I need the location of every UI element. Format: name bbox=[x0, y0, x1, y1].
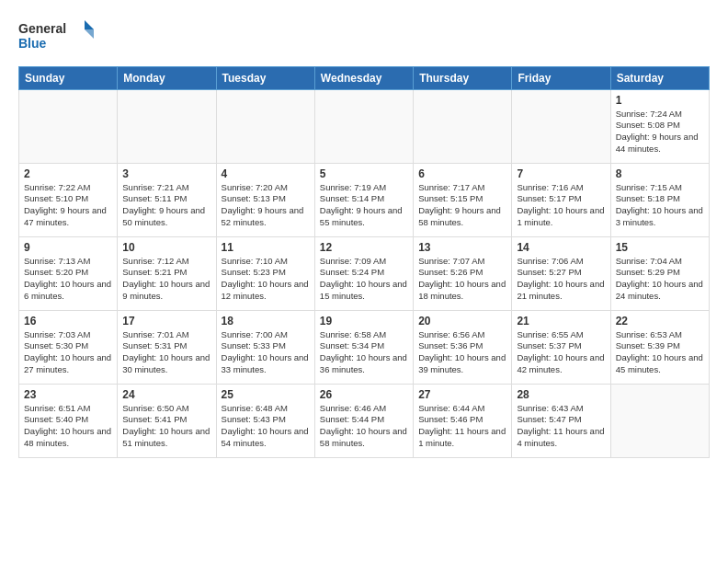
day-info: Sunrise: 7:09 AM Sunset: 5:24 PM Dayligh… bbox=[320, 256, 408, 303]
calendar-cell: 22Sunrise: 6:53 AM Sunset: 5:39 PM Dayli… bbox=[610, 310, 709, 384]
day-info: Sunrise: 6:58 AM Sunset: 5:34 PM Dayligh… bbox=[320, 329, 408, 376]
day-number: 27 bbox=[418, 388, 506, 401]
calendar-cell: 3Sunrise: 7:21 AM Sunset: 5:11 PM Daylig… bbox=[118, 163, 216, 236]
calendar-cell: 21Sunrise: 6:55 AM Sunset: 5:37 PM Dayli… bbox=[512, 310, 610, 384]
calendar-week-row: 2Sunrise: 7:22 AM Sunset: 5:10 PM Daylig… bbox=[19, 163, 710, 236]
calendar-cell: 8Sunrise: 7:15 AM Sunset: 5:18 PM Daylig… bbox=[610, 163, 709, 236]
calendar-cell bbox=[610, 384, 709, 457]
day-info: Sunrise: 6:55 AM Sunset: 5:37 PM Dayligh… bbox=[517, 329, 605, 376]
day-info: Sunrise: 7:03 AM Sunset: 5:30 PM Dayligh… bbox=[24, 329, 112, 376]
day-number: 22 bbox=[616, 315, 704, 327]
calendar-cell bbox=[314, 89, 413, 163]
day-number: 24 bbox=[122, 388, 210, 401]
calendar-cell: 19Sunrise: 6:58 AM Sunset: 5:34 PM Dayli… bbox=[314, 310, 413, 384]
day-info: Sunrise: 7:06 AM Sunset: 5:27 PM Dayligh… bbox=[517, 256, 605, 303]
day-number: 3 bbox=[122, 167, 210, 180]
weekday-header-thursday: Thursday bbox=[414, 66, 512, 89]
calendar-cell: 13Sunrise: 7:07 AM Sunset: 5:26 PM Dayli… bbox=[414, 236, 512, 310]
weekday-header-wednesday: Wednesday bbox=[314, 66, 413, 89]
weekday-header-row: SundayMondayTuesdayWednesdayThursdayFrid… bbox=[19, 66, 710, 89]
calendar-cell: 16Sunrise: 7:03 AM Sunset: 5:30 PM Dayli… bbox=[19, 310, 118, 384]
calendar-cell: 11Sunrise: 7:10 AM Sunset: 5:23 PM Dayli… bbox=[216, 236, 314, 310]
day-info: Sunrise: 7:07 AM Sunset: 5:26 PM Dayligh… bbox=[418, 256, 506, 303]
day-info: Sunrise: 7:00 AM Sunset: 5:33 PM Dayligh… bbox=[222, 329, 310, 376]
day-number: 20 bbox=[418, 315, 506, 327]
day-number: 4 bbox=[222, 167, 310, 180]
calendar-cell: 25Sunrise: 6:48 AM Sunset: 5:43 PM Dayli… bbox=[216, 384, 314, 457]
day-number: 23 bbox=[24, 388, 112, 401]
calendar-cell: 15Sunrise: 7:04 AM Sunset: 5:29 PM Dayli… bbox=[610, 236, 709, 310]
day-info: Sunrise: 7:13 AM Sunset: 5:20 PM Dayligh… bbox=[24, 256, 112, 303]
logo: General Blue bbox=[18, 17, 101, 57]
logo-text: General Blue bbox=[18, 17, 101, 57]
day-info: Sunrise: 7:12 AM Sunset: 5:21 PM Dayligh… bbox=[122, 256, 210, 303]
day-number: 14 bbox=[517, 241, 605, 254]
weekday-header-sunday: Sunday bbox=[19, 66, 118, 89]
calendar-week-row: 9Sunrise: 7:13 AM Sunset: 5:20 PM Daylig… bbox=[19, 236, 710, 310]
day-info: Sunrise: 7:19 AM Sunset: 5:14 PM Dayligh… bbox=[320, 182, 408, 229]
weekday-header-tuesday: Tuesday bbox=[216, 66, 314, 89]
calendar-table: SundayMondayTuesdayWednesdayThursdayFrid… bbox=[18, 66, 710, 458]
day-info: Sunrise: 6:48 AM Sunset: 5:43 PM Dayligh… bbox=[222, 403, 310, 450]
svg-text:Blue: Blue bbox=[18, 36, 47, 51]
calendar-cell bbox=[216, 89, 314, 163]
day-info: Sunrise: 7:22 AM Sunset: 5:10 PM Dayligh… bbox=[24, 182, 112, 229]
weekday-header-monday: Monday bbox=[118, 66, 216, 89]
calendar-cell: 18Sunrise: 7:00 AM Sunset: 5:33 PM Dayli… bbox=[216, 310, 314, 384]
day-number: 6 bbox=[418, 167, 506, 180]
calendar-cell bbox=[118, 89, 216, 163]
weekday-header-friday: Friday bbox=[512, 66, 610, 89]
day-info: Sunrise: 7:21 AM Sunset: 5:11 PM Dayligh… bbox=[122, 182, 210, 229]
calendar-cell: 14Sunrise: 7:06 AM Sunset: 5:27 PM Dayli… bbox=[512, 236, 610, 310]
day-number: 5 bbox=[320, 167, 408, 180]
calendar-cell: 28Sunrise: 6:43 AM Sunset: 5:47 PM Dayli… bbox=[512, 384, 610, 457]
day-number: 21 bbox=[517, 315, 605, 327]
weekday-header-saturday: Saturday bbox=[610, 66, 709, 89]
calendar-cell: 4Sunrise: 7:20 AM Sunset: 5:13 PM Daylig… bbox=[216, 163, 314, 236]
calendar-cell: 6Sunrise: 7:17 AM Sunset: 5:15 PM Daylig… bbox=[414, 163, 512, 236]
day-number: 16 bbox=[24, 315, 112, 327]
day-number: 15 bbox=[616, 241, 704, 254]
svg-marker-2 bbox=[85, 20, 94, 29]
day-info: Sunrise: 7:01 AM Sunset: 5:31 PM Dayligh… bbox=[122, 329, 210, 376]
svg-text:General: General bbox=[18, 21, 66, 36]
day-info: Sunrise: 6:43 AM Sunset: 5:47 PM Dayligh… bbox=[517, 403, 605, 450]
header: General Blue bbox=[18, 17, 710, 57]
calendar-cell: 26Sunrise: 6:46 AM Sunset: 5:44 PM Dayli… bbox=[314, 384, 413, 457]
calendar-cell: 17Sunrise: 7:01 AM Sunset: 5:31 PM Dayli… bbox=[118, 310, 216, 384]
calendar-cell bbox=[19, 89, 118, 163]
calendar-cell: 1Sunrise: 7:24 AM Sunset: 5:08 PM Daylig… bbox=[610, 89, 709, 163]
day-number: 17 bbox=[122, 315, 210, 327]
svg-marker-3 bbox=[85, 29, 94, 39]
calendar-cell: 10Sunrise: 7:12 AM Sunset: 5:21 PM Dayli… bbox=[118, 236, 216, 310]
day-number: 2 bbox=[24, 167, 112, 180]
calendar-week-row: 16Sunrise: 7:03 AM Sunset: 5:30 PM Dayli… bbox=[19, 310, 710, 384]
calendar-cell: 23Sunrise: 6:51 AM Sunset: 5:40 PM Dayli… bbox=[19, 384, 118, 457]
day-info: Sunrise: 7:17 AM Sunset: 5:15 PM Dayligh… bbox=[418, 182, 506, 229]
calendar-cell: 20Sunrise: 6:56 AM Sunset: 5:36 PM Dayli… bbox=[414, 310, 512, 384]
calendar-cell: 12Sunrise: 7:09 AM Sunset: 5:24 PM Dayli… bbox=[314, 236, 413, 310]
day-number: 1 bbox=[616, 94, 704, 107]
day-number: 13 bbox=[418, 241, 506, 254]
logo-svg: General Blue bbox=[18, 17, 101, 53]
day-info: Sunrise: 7:04 AM Sunset: 5:29 PM Dayligh… bbox=[616, 256, 704, 303]
day-info: Sunrise: 6:56 AM Sunset: 5:36 PM Dayligh… bbox=[418, 329, 506, 376]
calendar-cell: 27Sunrise: 6:44 AM Sunset: 5:46 PM Dayli… bbox=[414, 384, 512, 457]
day-number: 19 bbox=[320, 315, 408, 327]
day-info: Sunrise: 6:50 AM Sunset: 5:41 PM Dayligh… bbox=[122, 403, 210, 450]
day-number: 8 bbox=[616, 167, 704, 180]
calendar-cell: 2Sunrise: 7:22 AM Sunset: 5:10 PM Daylig… bbox=[19, 163, 118, 236]
day-number: 7 bbox=[517, 167, 605, 180]
day-number: 25 bbox=[222, 388, 310, 401]
day-number: 9 bbox=[24, 241, 112, 254]
day-info: Sunrise: 6:53 AM Sunset: 5:39 PM Dayligh… bbox=[616, 329, 704, 376]
calendar-cell bbox=[512, 89, 610, 163]
calendar-cell bbox=[414, 89, 512, 163]
day-number: 11 bbox=[222, 241, 310, 254]
day-info: Sunrise: 6:46 AM Sunset: 5:44 PM Dayligh… bbox=[320, 403, 408, 450]
calendar-cell: 5Sunrise: 7:19 AM Sunset: 5:14 PM Daylig… bbox=[314, 163, 413, 236]
calendar-cell: 7Sunrise: 7:16 AM Sunset: 5:17 PM Daylig… bbox=[512, 163, 610, 236]
calendar-week-row: 23Sunrise: 6:51 AM Sunset: 5:40 PM Dayli… bbox=[19, 384, 710, 457]
day-number: 10 bbox=[122, 241, 210, 254]
day-number: 26 bbox=[320, 388, 408, 401]
